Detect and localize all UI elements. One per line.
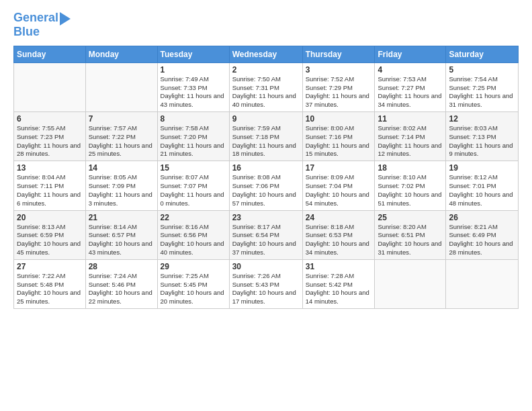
day-number: 10 <box>306 114 372 124</box>
day-info: Sunrise: 8:18 AM Sunset: 6:53 PM Dayligh… <box>306 223 372 257</box>
calendar-cell: 18Sunrise: 8:10 AM Sunset: 7:02 PM Dayli… <box>375 161 446 210</box>
header: General Blue <box>13 11 519 39</box>
calendar-cell: 4Sunrise: 7:53 AM Sunset: 7:27 PM Daylig… <box>375 62 446 111</box>
day-number: 21 <box>89 213 154 222</box>
calendar-cell: 10Sunrise: 8:00 AM Sunset: 7:16 PM Dayli… <box>302 112 375 161</box>
calendar-cell: 25Sunrise: 8:20 AM Sunset: 6:51 PM Dayli… <box>375 210 446 259</box>
calendar-cell: 29Sunrise: 7:25 AM Sunset: 5:45 PM Dayli… <box>157 259 229 308</box>
calendar-cell: 12Sunrise: 8:03 AM Sunset: 7:13 PM Dayli… <box>446 112 519 161</box>
day-info: Sunrise: 7:24 AM Sunset: 5:46 PM Dayligh… <box>89 272 154 306</box>
day-number: 12 <box>449 114 515 124</box>
day-number: 22 <box>161 213 226 222</box>
day-number: 4 <box>378 65 443 75</box>
logo-arrow-icon <box>60 12 71 26</box>
calendar-cell: 22Sunrise: 8:16 AM Sunset: 6:56 PM Dayli… <box>157 210 229 259</box>
day-number: 6 <box>17 114 83 124</box>
day-number: 25 <box>378 213 443 222</box>
day-info: Sunrise: 7:26 AM Sunset: 5:43 PM Dayligh… <box>232 272 300 306</box>
calendar-cell: 31Sunrise: 7:28 AM Sunset: 5:42 PM Dayli… <box>302 259 375 308</box>
calendar-cell: 2Sunrise: 7:50 AM Sunset: 7:31 PM Daylig… <box>229 62 302 111</box>
calendar-cell: 28Sunrise: 7:24 AM Sunset: 5:46 PM Dayli… <box>85 259 157 308</box>
day-number: 7 <box>89 114 154 124</box>
day-info: Sunrise: 7:54 AM Sunset: 7:25 PM Dayligh… <box>449 75 515 109</box>
day-info: Sunrise: 7:53 AM Sunset: 7:27 PM Dayligh… <box>378 75 443 109</box>
calendar-cell: 23Sunrise: 8:17 AM Sunset: 6:54 PM Dayli… <box>229 210 302 259</box>
day-info: Sunrise: 8:08 AM Sunset: 7:06 PM Dayligh… <box>232 173 300 208</box>
calendar-week-5: 27Sunrise: 7:22 AM Sunset: 5:48 PM Dayli… <box>14 259 519 308</box>
day-number: 24 <box>306 213 372 222</box>
day-info: Sunrise: 7:50 AM Sunset: 7:31 PM Dayligh… <box>232 75 300 109</box>
calendar-cell <box>14 62 86 111</box>
day-info: Sunrise: 8:09 AM Sunset: 7:04 PM Dayligh… <box>306 173 372 208</box>
day-info: Sunrise: 8:02 AM Sunset: 7:14 PM Dayligh… <box>378 124 443 158</box>
calendar-cell: 11Sunrise: 8:02 AM Sunset: 7:14 PM Dayli… <box>375 112 446 161</box>
day-info: Sunrise: 7:57 AM Sunset: 7:22 PM Dayligh… <box>89 124 154 158</box>
calendar-header-thursday: Thursday <box>302 46 375 62</box>
calendar-header-row: SundayMondayTuesdayWednesdayThursdayFrid… <box>14 46 519 62</box>
day-info: Sunrise: 8:16 AM Sunset: 6:56 PM Dayligh… <box>161 223 226 257</box>
day-number: 15 <box>161 163 226 173</box>
calendar-cell <box>446 259 519 308</box>
day-number: 13 <box>17 163 83 173</box>
calendar-header-monday: Monday <box>85 46 157 62</box>
calendar-cell <box>85 62 157 111</box>
calendar-cell: 21Sunrise: 8:14 AM Sunset: 6:57 PM Dayli… <box>85 210 157 259</box>
calendar-header-friday: Friday <box>375 46 446 62</box>
day-number: 17 <box>306 163 372 173</box>
day-info: Sunrise: 8:20 AM Sunset: 6:51 PM Dayligh… <box>378 223 443 257</box>
day-number: 5 <box>449 65 515 75</box>
day-number: 20 <box>17 213 83 222</box>
calendar-cell <box>375 259 446 308</box>
day-number: 2 <box>232 65 300 75</box>
calendar-cell: 3Sunrise: 7:52 AM Sunset: 7:29 PM Daylig… <box>302 62 375 111</box>
day-number: 11 <box>378 114 443 124</box>
page-container: General Blue SundayMondayTuesdayWednesda… <box>0 0 532 316</box>
day-info: Sunrise: 7:52 AM Sunset: 7:29 PM Dayligh… <box>306 75 372 109</box>
calendar-cell: 14Sunrise: 8:05 AM Sunset: 7:09 PM Dayli… <box>85 161 157 210</box>
day-info: Sunrise: 8:17 AM Sunset: 6:54 PM Dayligh… <box>232 223 300 257</box>
day-info: Sunrise: 8:03 AM Sunset: 7:13 PM Dayligh… <box>449 124 515 158</box>
calendar-cell: 19Sunrise: 8:12 AM Sunset: 7:01 PM Dayli… <box>446 161 519 210</box>
day-info: Sunrise: 7:49 AM Sunset: 7:33 PM Dayligh… <box>161 75 226 109</box>
calendar-cell: 20Sunrise: 8:13 AM Sunset: 6:59 PM Dayli… <box>14 210 86 259</box>
calendar-week-4: 20Sunrise: 8:13 AM Sunset: 6:59 PM Dayli… <box>14 210 519 259</box>
calendar-cell: 7Sunrise: 7:57 AM Sunset: 7:22 PM Daylig… <box>85 112 157 161</box>
day-info: Sunrise: 7:22 AM Sunset: 5:48 PM Dayligh… <box>17 272 83 306</box>
day-number: 30 <box>232 262 300 271</box>
calendar-header-wednesday: Wednesday <box>229 46 302 62</box>
day-number: 8 <box>161 114 226 124</box>
day-info: Sunrise: 7:55 AM Sunset: 7:23 PM Dayligh… <box>17 124 83 158</box>
day-info: Sunrise: 8:14 AM Sunset: 6:57 PM Dayligh… <box>89 223 154 257</box>
calendar-cell: 30Sunrise: 7:26 AM Sunset: 5:43 PM Dayli… <box>229 259 302 308</box>
day-number: 3 <box>306 65 372 75</box>
day-number: 18 <box>378 163 443 173</box>
day-number: 14 <box>89 163 154 173</box>
calendar-week-1: 1Sunrise: 7:49 AM Sunset: 7:33 PM Daylig… <box>14 62 519 111</box>
calendar-week-2: 6Sunrise: 7:55 AM Sunset: 7:23 PM Daylig… <box>14 112 519 161</box>
day-info: Sunrise: 8:13 AM Sunset: 6:59 PM Dayligh… <box>17 223 83 257</box>
calendar-cell: 26Sunrise: 8:21 AM Sunset: 6:49 PM Dayli… <box>446 210 519 259</box>
day-number: 28 <box>89 262 154 271</box>
day-info: Sunrise: 7:58 AM Sunset: 7:20 PM Dayligh… <box>161 124 226 158</box>
day-number: 29 <box>161 262 226 271</box>
day-info: Sunrise: 8:21 AM Sunset: 6:49 PM Dayligh… <box>449 223 515 257</box>
calendar-header-sunday: Sunday <box>14 46 86 62</box>
day-number: 1 <box>161 65 226 75</box>
calendar-cell: 15Sunrise: 8:07 AM Sunset: 7:07 PM Dayli… <box>157 161 229 210</box>
calendar-header-tuesday: Tuesday <box>157 46 229 62</box>
calendar-cell: 6Sunrise: 7:55 AM Sunset: 7:23 PM Daylig… <box>14 112 86 161</box>
calendar-cell: 5Sunrise: 7:54 AM Sunset: 7:25 PM Daylig… <box>446 62 519 111</box>
day-info: Sunrise: 8:12 AM Sunset: 7:01 PM Dayligh… <box>449 173 515 208</box>
calendar-week-3: 13Sunrise: 8:04 AM Sunset: 7:11 PM Dayli… <box>14 161 519 210</box>
day-number: 19 <box>449 163 515 173</box>
day-info: Sunrise: 8:07 AM Sunset: 7:07 PM Dayligh… <box>161 173 226 208</box>
calendar-cell: 16Sunrise: 8:08 AM Sunset: 7:06 PM Dayli… <box>229 161 302 210</box>
day-info: Sunrise: 8:04 AM Sunset: 7:11 PM Dayligh… <box>17 173 83 208</box>
day-number: 9 <box>232 114 300 124</box>
calendar-table: SundayMondayTuesdayWednesdayThursdayFrid… <box>13 46 519 309</box>
day-info: Sunrise: 7:25 AM Sunset: 5:45 PM Dayligh… <box>161 272 226 306</box>
day-info: Sunrise: 7:59 AM Sunset: 7:18 PM Dayligh… <box>232 124 300 158</box>
calendar-cell: 13Sunrise: 8:04 AM Sunset: 7:11 PM Dayli… <box>14 161 86 210</box>
logo-text-blue: Blue <box>13 26 40 39</box>
day-number: 27 <box>17 262 83 271</box>
